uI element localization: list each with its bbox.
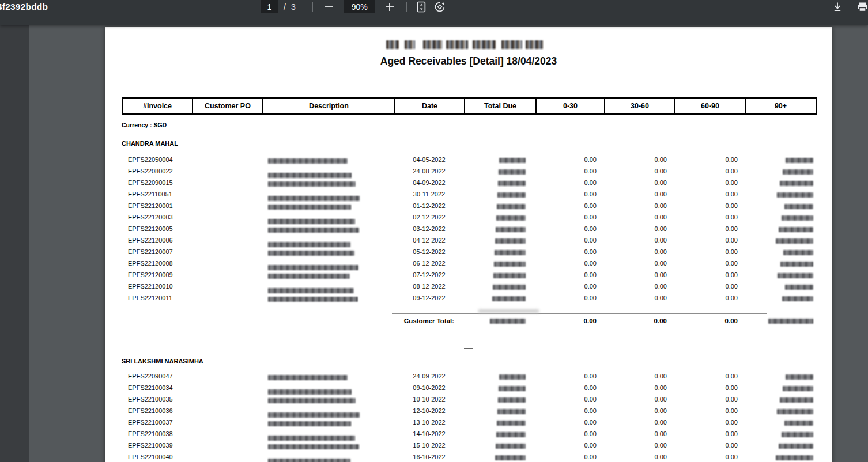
aging-90-plus-cell	[745, 281, 814, 292]
rotate-button[interactable]	[433, 0, 447, 13]
redacted-aging-90-plus	[784, 421, 813, 426]
redacted-description	[268, 181, 356, 187]
aging-90-plus-cell	[745, 370, 814, 382]
aging-60-90-value: 0.00	[674, 451, 745, 462]
total-due-cell	[464, 416, 535, 428]
aging-90-plus-cell	[745, 451, 814, 462]
column-header: 60-90	[675, 99, 746, 113]
aging-90-plus-cell	[745, 211, 814, 223]
aging-60-90-value: 0.00	[674, 223, 745, 234]
column-header: Date	[395, 99, 465, 113]
redacted-description	[268, 444, 359, 449]
description-cell	[262, 211, 394, 223]
table-row: EPFS2205000404-05-20220.000.000.00	[122, 154, 814, 165]
invoice-date: 07-12-2022	[394, 269, 464, 281]
customer-total-90-plus-cell	[745, 315, 814, 327]
redacted-description	[268, 196, 360, 201]
aging-0-30-value: 0.00	[535, 281, 604, 292]
invoice-date: 30-11-2022	[394, 188, 464, 200]
invoice-date: 01-12-2022	[394, 200, 464, 211]
aging-90-plus-cell	[745, 292, 814, 304]
table-row: EPFS2210003814-10-20220.000.000.00	[122, 428, 814, 440]
redacted-total-due	[495, 455, 526, 460]
table-row: EPFS2210004016-10-20220.000.000.00	[122, 451, 814, 462]
invoice-number: EPFS22120009	[122, 269, 192, 281]
customer-po-cell	[192, 211, 262, 223]
redacted-aging-90-plus	[782, 296, 813, 301]
total-due-cell	[464, 246, 535, 257]
aging-90-plus-cell	[745, 200, 814, 211]
customer-name: CHANDRA MAHAL	[122, 140, 832, 147]
column-header: 0-30	[537, 99, 605, 113]
aging-60-90-value: 0.00	[674, 405, 745, 416]
invoice-number: EPFS22100040	[122, 451, 192, 462]
print-button[interactable]	[856, 0, 868, 13]
aging-60-90-value: 0.00	[674, 188, 745, 200]
total-due-cell	[464, 428, 535, 440]
table-row: EPFS2212001109-12-20220.000.000.00	[122, 292, 814, 304]
description-cell	[262, 405, 394, 416]
invoice-date: 24-09-2022	[394, 370, 464, 382]
redacted-description	[268, 288, 354, 293]
description-cell	[262, 292, 394, 304]
redacted-aging-90-plus	[777, 192, 813, 198]
aging-60-90-value: 0.00	[674, 416, 745, 428]
total-due-cell	[464, 154, 535, 165]
invoice-number: EPFS22100034	[122, 382, 192, 393]
table-row: EPFS2210003713-10-20220.000.000.00	[122, 416, 814, 428]
zoom-out-button[interactable]	[322, 0, 336, 13]
zoom-level-input[interactable]: 90%	[344, 0, 375, 13]
redacted-description	[268, 412, 360, 418]
fit-to-page-button[interactable]	[414, 0, 428, 13]
total-due-cell	[464, 440, 535, 451]
invoice-number: EPFS22100036	[122, 405, 192, 416]
invoice-date: 16-10-2022	[394, 451, 464, 462]
customer-po-cell	[192, 269, 262, 281]
total-due-cell	[464, 223, 535, 234]
aging-60-90-value: 0.00	[674, 428, 745, 440]
description-cell	[262, 428, 394, 440]
aging-30-60-value: 0.00	[604, 370, 674, 382]
aging-0-30-value: 0.00	[535, 440, 604, 451]
report-title: Aged Receivables [Detail] 18/04/2023	[105, 55, 832, 67]
redacted-total-due	[499, 158, 526, 163]
company-name-redacted-segment	[446, 40, 468, 49]
invoice-rows: EPFS2205000404-05-20220.000.000.00EPFS22…	[105, 154, 832, 304]
plus-icon	[384, 1, 395, 13]
table-row: EPFS2212000604-12-20220.000.000.00	[122, 234, 814, 246]
table-row: EPFS2212000503-12-20220.000.000.00	[122, 223, 814, 234]
toolbar-divider	[312, 2, 313, 12]
column-header: 90+	[746, 99, 816, 113]
page-number-input[interactable]: 1	[261, 0, 278, 13]
description-cell	[262, 370, 394, 382]
description-cell	[262, 246, 394, 257]
aging-0-30-value: 0.00	[535, 393, 604, 405]
description-cell	[262, 416, 394, 428]
zoom-in-button[interactable]	[383, 0, 397, 13]
redacted-description	[268, 436, 355, 441]
aging-0-30-value: 0.00	[535, 370, 604, 382]
redacted-total-due	[494, 262, 526, 267]
invoice-rows: EPFS2209004724-09-20220.000.000.00EPFS22…	[105, 370, 832, 462]
customer-po-cell	[192, 451, 262, 462]
customer-total-row: Customer Total:0.000.000.00	[122, 315, 814, 327]
aging-90-plus-cell	[745, 269, 814, 281]
customer-total-rule-top	[392, 313, 767, 314]
aging-90-plus-cell	[745, 165, 814, 177]
redacted-description	[268, 219, 355, 224]
download-button[interactable]	[831, 0, 844, 13]
aging-60-90-value: 0.00	[674, 370, 745, 382]
invoice-date: 12-10-2022	[394, 405, 464, 416]
aging-0-30-value: 0.00	[535, 246, 604, 257]
aging-60-90-value: 0.00	[674, 440, 745, 451]
customer-total-label: Customer Total:	[394, 315, 464, 327]
currency-label: Currency : SGD	[122, 122, 832, 128]
description-cell	[262, 188, 394, 200]
redacted-aging-90-plus	[784, 204, 813, 209]
redacted-total-due	[496, 227, 526, 232]
table-row: EPFS2211005130-11-20220.000.000.00	[122, 188, 814, 200]
invoice-date: 04-09-2022	[394, 177, 464, 188]
invoice-date: 09-12-2022	[394, 292, 464, 304]
customer-po-cell	[192, 370, 262, 382]
customer-po-cell	[192, 188, 262, 200]
